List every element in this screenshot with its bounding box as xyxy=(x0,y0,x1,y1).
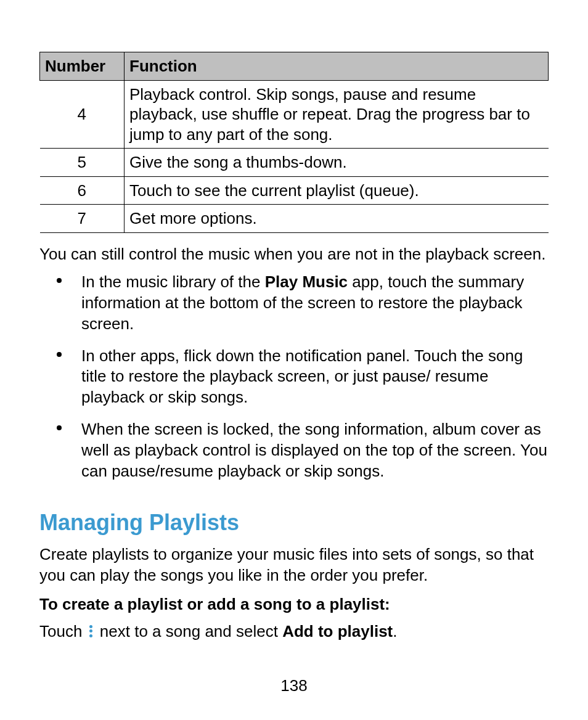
more-options-icon xyxy=(87,623,96,639)
table-cell-desc: Get more options. xyxy=(125,205,549,233)
table-row: 4 Playback control. Skip songs, pause an… xyxy=(40,80,549,149)
instruction-text: next to a song and select xyxy=(96,622,283,640)
list-text: In other apps, flick down the notificati… xyxy=(81,346,523,407)
table-cell-desc: Playback control. Skip songs, pause and … xyxy=(125,80,549,149)
instruction-text: . xyxy=(393,622,397,640)
document-page: Number Function 4 Playback control. Skip… xyxy=(0,0,588,720)
table-row: 6 Touch to see the current playlist (que… xyxy=(40,176,549,205)
table-cell-desc: Touch to see the current playlist (queue… xyxy=(125,176,549,205)
list-item: When the screen is locked, the song info… xyxy=(39,419,549,493)
instruction-text: Touch xyxy=(39,622,87,640)
sub-heading: To create a playlist or add a song to a … xyxy=(39,595,549,614)
list-text: In the music library of the xyxy=(81,272,265,291)
page-number: 138 xyxy=(0,676,588,695)
function-table: Number Function 4 Playback control. Skip… xyxy=(39,52,549,233)
bullet-list: In the music library of the Play Music a… xyxy=(39,272,549,493)
table-cell-number: 7 xyxy=(40,205,125,233)
table-header-function: Function xyxy=(125,52,549,81)
paragraph: Create playlists to organize your music … xyxy=(39,544,549,586)
list-text-bold: Play Music xyxy=(265,272,348,291)
instruction: Touch next to a song and select Add to p… xyxy=(39,621,549,642)
bullet-icon xyxy=(57,352,62,357)
table-cell-desc: Give the song a thumbs-down. xyxy=(125,149,549,177)
section-heading: Managing Playlists xyxy=(39,510,549,536)
table-cell-number: 6 xyxy=(40,176,125,205)
list-item: In other apps, flick down the notificati… xyxy=(39,346,549,419)
table-header-number: Number xyxy=(40,52,125,81)
list-text: When the screen is locked, the song info… xyxy=(81,420,547,480)
bullet-icon xyxy=(57,278,62,283)
table-cell-number: 5 xyxy=(40,149,125,177)
table-row: 7 Get more options. xyxy=(40,205,549,233)
table-header-row: Number Function xyxy=(40,52,549,81)
instruction-bold: Add to playlist xyxy=(282,622,393,640)
table-cell-number: 4 xyxy=(40,80,125,149)
list-item: In the music library of the Play Music a… xyxy=(39,272,549,345)
table-row: 5 Give the song a thumbs-down. xyxy=(40,149,549,177)
paragraph: You can still control the music when you… xyxy=(39,244,549,265)
bullet-icon xyxy=(57,425,62,430)
